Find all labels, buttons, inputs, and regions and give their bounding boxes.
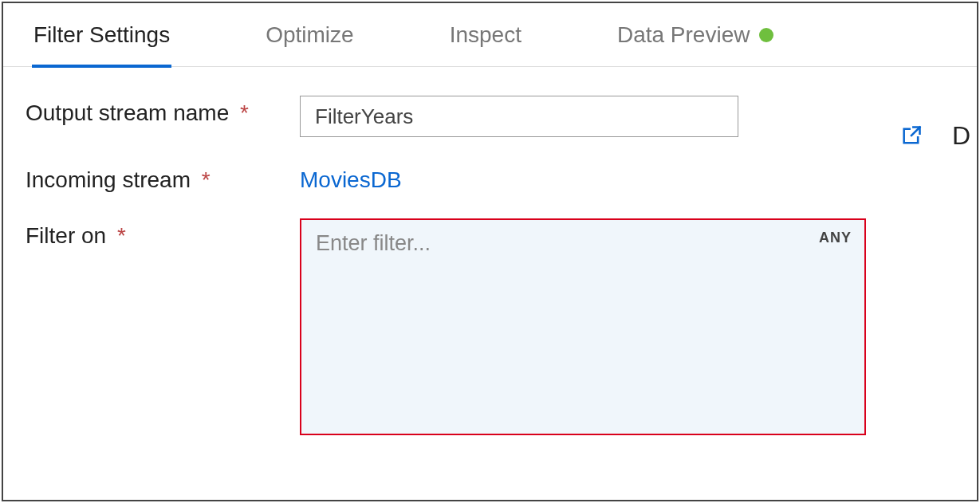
tab-filter-settings[interactable]: Filter Settings [33,3,170,67]
incoming-stream-link[interactable]: MoviesDB [300,163,402,193]
truncated-text: D [952,121,970,151]
filter-placeholder: Enter filter... [316,231,431,255]
row-incoming-stream: Incoming stream * MoviesDB [26,163,977,193]
filter-expression-input[interactable]: Enter filter... ANY [300,218,866,435]
row-filter-on: Filter on * Enter filter... ANY [26,218,977,435]
tab-label: Data Preview [617,22,750,48]
tab-optimize[interactable]: Optimize [266,3,353,67]
required-mark: * [240,100,249,125]
label-filter-on: Filter on * [26,218,300,249]
required-mark: * [117,223,126,248]
form-area: Output stream name * Incoming stream * M… [3,67,977,435]
label-output-stream-name: Output stream name * [26,96,300,126]
required-mark: * [202,167,211,192]
label-text: Filter on [26,223,106,248]
output-stream-name-input[interactable] [300,96,738,137]
status-dot-icon [759,28,773,42]
tabs-bar: Filter Settings Optimize Inspect Data Pr… [3,3,977,67]
tab-label: Inspect [450,22,521,48]
row-output-stream-name: Output stream name * [26,96,977,137]
open-external-icon[interactable] [900,124,923,147]
tab-data-preview[interactable]: Data Preview [617,3,774,67]
label-text: Incoming stream [26,167,191,192]
tab-label: Optimize [266,22,353,48]
tab-inspect[interactable]: Inspect [450,3,521,67]
label-incoming-stream: Incoming stream * [26,163,300,193]
filter-type-badge: ANY [819,230,852,246]
filter-settings-panel: Filter Settings Optimize Inspect Data Pr… [2,2,978,501]
label-text: Output stream name [26,100,229,125]
tab-label: Filter Settings [33,22,170,48]
